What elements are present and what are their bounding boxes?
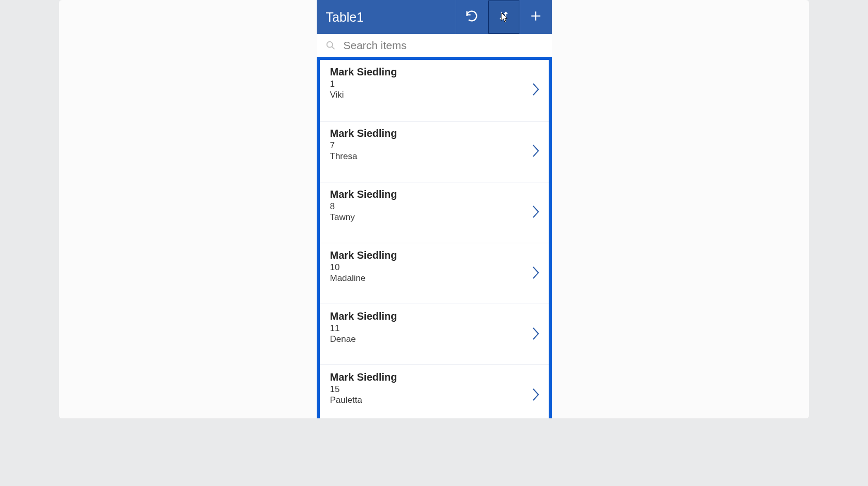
list-item[interactable]: Mark Siedling 15 Pauletta (320, 365, 549, 418)
item-number: 15 (330, 384, 538, 395)
item-title: Mark Siedling (330, 66, 538, 78)
refresh-button[interactable] (456, 0, 488, 34)
add-button[interactable] (520, 0, 552, 34)
item-number: 11 (330, 323, 538, 334)
chevron-right-icon (531, 395, 540, 404)
svg-point-0 (327, 42, 332, 48)
item-subtitle: Denae (330, 334, 538, 344)
item-title: Mark Siedling (330, 128, 538, 139)
refresh-icon (464, 9, 479, 25)
sort-icon (498, 9, 510, 25)
item-open-button[interactable] (531, 265, 540, 283)
item-open-button[interactable] (531, 326, 540, 343)
gallery-selection: Mark Siedling 1 Viki Mark Siedling 7 Thr… (317, 57, 552, 418)
item-title: Mark Siedling (330, 310, 538, 322)
list-item[interactable]: Mark Siedling 8 Tawny (320, 182, 549, 243)
search-icon (325, 40, 336, 51)
screen-title: Table1 (326, 10, 456, 25)
app-header: Table1 (317, 0, 552, 34)
header-actions (456, 0, 552, 34)
sort-button[interactable] (488, 0, 520, 34)
list-item[interactable]: Mark Siedling 11 Denae (320, 304, 549, 365)
list-item[interactable]: Mark Siedling 1 Viki (320, 60, 549, 121)
item-number: 10 (330, 262, 538, 273)
item-title: Mark Siedling (330, 249, 538, 261)
item-title: Mark Siedling (330, 189, 538, 200)
item-subtitle: Pauletta (330, 395, 538, 405)
item-open-button[interactable] (531, 387, 540, 404)
chevron-right-icon (531, 212, 540, 221)
item-open-button[interactable] (531, 82, 540, 99)
item-title: Mark Siedling (330, 371, 538, 383)
app-canvas: Table1 (59, 0, 809, 418)
item-number: 1 (330, 79, 538, 89)
chevron-right-icon (531, 90, 540, 99)
gallery[interactable]: Mark Siedling 1 Viki Mark Siedling 7 Thr… (320, 60, 549, 418)
chevron-right-icon (531, 334, 540, 343)
item-subtitle: Tawny (330, 212, 538, 223)
list-item[interactable]: Mark Siedling 10 Madaline (320, 243, 549, 304)
chevron-right-icon (531, 151, 540, 160)
item-number: 7 (330, 140, 538, 151)
item-open-button[interactable] (531, 204, 540, 222)
list-item[interactable]: Mark Siedling 7 Thresa (320, 121, 549, 182)
plus-icon (529, 9, 542, 25)
chevron-right-icon (531, 273, 540, 282)
search-bar (317, 34, 552, 57)
item-subtitle: Viki (330, 90, 538, 100)
phone-frame: Table1 (317, 0, 552, 418)
item-open-button[interactable] (531, 143, 540, 161)
search-input[interactable] (344, 39, 546, 52)
item-subtitle: Madaline (330, 273, 538, 284)
item-subtitle: Thresa (330, 151, 538, 162)
item-number: 8 (330, 201, 538, 212)
